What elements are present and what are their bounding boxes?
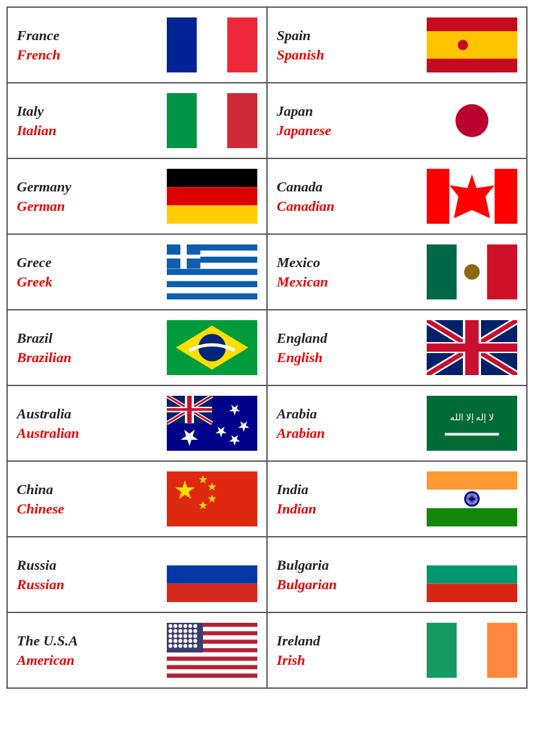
svg-rect-28 [487,244,517,299]
svg-rect-13 [167,206,257,224]
svg-rect-0 [167,17,197,72]
flag-mexico [427,244,517,299]
svg-point-29 [464,265,480,280]
language-name: Mexican [277,274,328,290]
svg-rect-22 [167,287,257,293]
svg-point-121 [173,629,177,633]
row-0: FranceFrenchSpainSpanish [8,8,526,83]
flag-japan [427,93,517,148]
cell-4-0: BrazilBrazilian [8,310,268,385]
language-name: Chinese [17,501,64,517]
cell-8-0: The U.S.AAmerican [8,613,268,687]
svg-point-138 [169,644,173,648]
svg-point-115 [173,624,177,628]
svg-rect-41 [427,343,517,352]
flag-italy [167,93,257,148]
cell-2-1: CanadaCanadian [268,159,526,233]
svg-rect-111 [167,669,257,674]
language-name: French [17,47,60,63]
svg-rect-7 [197,93,228,148]
text-block-2-0: GermanyGerman [17,178,71,215]
svg-rect-145 [457,623,487,678]
svg-point-140 [178,644,182,648]
language-name: Spanish [277,47,324,63]
svg-point-128 [178,634,182,638]
svg-point-119 [193,624,197,628]
country-name: Italy [17,103,56,120]
svg-rect-4 [427,31,517,59]
svg-rect-21 [167,275,257,281]
flag-bulgaria [427,547,517,602]
language-name: American [17,652,78,669]
svg-point-120 [169,629,173,633]
language-name: Australian [17,425,80,442]
svg-point-126 [169,634,173,638]
svg-rect-11 [167,169,257,187]
text-block-8-0: The U.S.AAmerican [17,632,78,669]
country-name: Russia [17,557,64,574]
row-7: RussiaRussianBulgariaBulgarian [8,537,526,613]
cell-1-1: JapanJapanese [268,83,526,158]
svg-point-5 [458,40,468,50]
svg-rect-94 [167,547,257,565]
row-3: GreceGreekMexicoMexican [8,235,526,310]
flag-usa [167,623,257,678]
language-name: Indian [277,501,316,517]
flag-ireland [427,623,517,678]
language-name: German [17,198,71,215]
svg-point-137 [193,639,197,643]
svg-point-143 [193,644,197,648]
country-name: Germany [17,178,71,195]
cell-5-1: ArabiaArabianلا إله إلا الله [268,386,526,460]
country-name: China [17,481,64,498]
svg-point-131 [193,634,197,638]
language-name: Arabian [277,425,325,442]
svg-point-141 [184,644,187,648]
svg-rect-96 [167,584,257,602]
svg-rect-2 [227,17,257,72]
country-name: The U.S.A [17,632,78,649]
svg-rect-95 [167,565,257,583]
svg-point-125 [193,629,197,633]
svg-rect-1 [197,17,228,72]
text-block-6-1: IndiaIndian [277,481,316,517]
svg-point-136 [188,639,192,643]
cell-6-0: ChinaChinese [8,462,268,536]
svg-rect-109 [167,661,257,665]
svg-rect-8 [227,93,257,148]
svg-point-139 [173,644,177,648]
svg-rect-144 [427,623,457,678]
cell-7-0: RussiaRussian [8,537,268,612]
svg-rect-51 [167,408,212,411]
svg-point-117 [184,624,187,628]
language-name: Canadian [277,198,334,215]
language-name: English [277,349,327,366]
svg-rect-25 [167,255,200,259]
svg-point-135 [184,639,187,643]
svg-rect-6 [167,93,197,148]
svg-point-10 [456,104,489,137]
language-name: Irish [277,652,320,669]
text-block-1-0: ItalyItalian [17,103,56,139]
country-name: France [17,27,60,44]
cell-1-0: ItalyItalian [8,83,268,158]
svg-point-122 [178,629,182,633]
cell-6-1: IndiaIndian [268,462,526,536]
page-container: FranceFrenchSpainSpanishItalyItalianJapa… [6,6,528,689]
svg-point-142 [188,644,192,648]
country-name: Arabia [277,405,325,422]
flag-canada [427,169,517,224]
text-block-1-1: JapanJapanese [277,103,331,139]
svg-rect-15 [427,169,449,224]
cell-5-0: AustraliaAustralian [8,386,268,460]
flag-china [167,471,257,526]
country-name: Ireland [277,632,320,649]
text-block-0-1: SpainSpanish [277,27,324,63]
country-name: Grece [17,254,52,271]
cell-0-1: SpainSpanish [268,8,526,82]
text-block-4-1: EnglandEnglish [277,330,327,366]
text-block-2-1: CanadaCanadian [277,178,334,215]
language-name: Russian [17,576,64,593]
svg-rect-98 [427,565,517,583]
country-name: Canada [277,178,334,195]
